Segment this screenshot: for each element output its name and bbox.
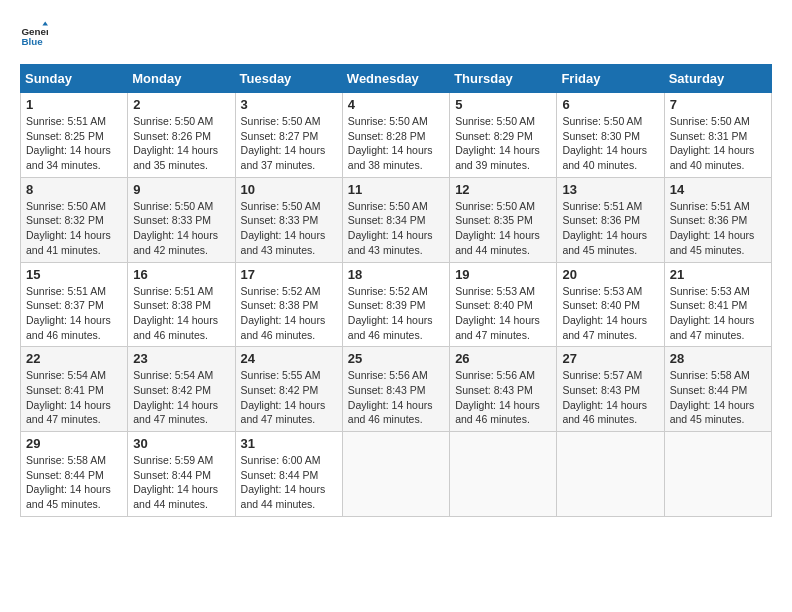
day-info: Sunrise: 5:51 AM Sunset: 8:36 PM Dayligh… bbox=[562, 199, 658, 258]
day-info: Sunrise: 5:56 AM Sunset: 8:43 PM Dayligh… bbox=[348, 368, 444, 427]
calendar-header-thursday: Thursday bbox=[450, 65, 557, 93]
calendar-cell: 24 Sunrise: 5:55 AM Sunset: 8:42 PM Dayl… bbox=[235, 347, 342, 432]
day-info: Sunrise: 5:54 AM Sunset: 8:42 PM Dayligh… bbox=[133, 368, 229, 427]
day-info: Sunrise: 5:53 AM Sunset: 8:40 PM Dayligh… bbox=[562, 284, 658, 343]
day-number: 3 bbox=[241, 97, 337, 112]
calendar-cell: 1 Sunrise: 5:51 AM Sunset: 8:25 PM Dayli… bbox=[21, 93, 128, 178]
day-number: 14 bbox=[670, 182, 766, 197]
calendar-cell bbox=[557, 432, 664, 517]
calendar-cell: 10 Sunrise: 5:50 AM Sunset: 8:33 PM Dayl… bbox=[235, 177, 342, 262]
day-number: 12 bbox=[455, 182, 551, 197]
day-info: Sunrise: 5:51 AM Sunset: 8:36 PM Dayligh… bbox=[670, 199, 766, 258]
day-info: Sunrise: 5:50 AM Sunset: 8:29 PM Dayligh… bbox=[455, 114, 551, 173]
calendar-cell: 2 Sunrise: 5:50 AM Sunset: 8:26 PM Dayli… bbox=[128, 93, 235, 178]
calendar-table: SundayMondayTuesdayWednesdayThursdayFrid… bbox=[20, 64, 772, 517]
calendar-cell: 29 Sunrise: 5:58 AM Sunset: 8:44 PM Dayl… bbox=[21, 432, 128, 517]
calendar-cell: 4 Sunrise: 5:50 AM Sunset: 8:28 PM Dayli… bbox=[342, 93, 449, 178]
day-info: Sunrise: 5:54 AM Sunset: 8:41 PM Dayligh… bbox=[26, 368, 122, 427]
calendar-cell: 27 Sunrise: 5:57 AM Sunset: 8:43 PM Dayl… bbox=[557, 347, 664, 432]
day-info: Sunrise: 5:52 AM Sunset: 8:39 PM Dayligh… bbox=[348, 284, 444, 343]
calendar-week-1: 1 Sunrise: 5:51 AM Sunset: 8:25 PM Dayli… bbox=[21, 93, 772, 178]
page-header: General Blue bbox=[20, 20, 772, 48]
day-info: Sunrise: 5:53 AM Sunset: 8:41 PM Dayligh… bbox=[670, 284, 766, 343]
day-number: 31 bbox=[241, 436, 337, 451]
logo-icon: General Blue bbox=[20, 20, 48, 48]
day-info: Sunrise: 5:58 AM Sunset: 8:44 PM Dayligh… bbox=[670, 368, 766, 427]
calendar-week-5: 29 Sunrise: 5:58 AM Sunset: 8:44 PM Dayl… bbox=[21, 432, 772, 517]
day-info: Sunrise: 5:58 AM Sunset: 8:44 PM Dayligh… bbox=[26, 453, 122, 512]
day-number: 24 bbox=[241, 351, 337, 366]
day-info: Sunrise: 5:52 AM Sunset: 8:38 PM Dayligh… bbox=[241, 284, 337, 343]
calendar-cell: 3 Sunrise: 5:50 AM Sunset: 8:27 PM Dayli… bbox=[235, 93, 342, 178]
svg-text:Blue: Blue bbox=[21, 36, 43, 47]
day-number: 13 bbox=[562, 182, 658, 197]
calendar-cell: 11 Sunrise: 5:50 AM Sunset: 8:34 PM Dayl… bbox=[342, 177, 449, 262]
calendar-cell: 26 Sunrise: 5:56 AM Sunset: 8:43 PM Dayl… bbox=[450, 347, 557, 432]
calendar-cell: 25 Sunrise: 5:56 AM Sunset: 8:43 PM Dayl… bbox=[342, 347, 449, 432]
calendar-cell: 15 Sunrise: 5:51 AM Sunset: 8:37 PM Dayl… bbox=[21, 262, 128, 347]
calendar-cell: 17 Sunrise: 5:52 AM Sunset: 8:38 PM Dayl… bbox=[235, 262, 342, 347]
calendar-cell: 21 Sunrise: 5:53 AM Sunset: 8:41 PM Dayl… bbox=[664, 262, 771, 347]
day-number: 1 bbox=[26, 97, 122, 112]
day-number: 7 bbox=[670, 97, 766, 112]
calendar-week-4: 22 Sunrise: 5:54 AM Sunset: 8:41 PM Dayl… bbox=[21, 347, 772, 432]
calendar-header-tuesday: Tuesday bbox=[235, 65, 342, 93]
calendar-cell: 9 Sunrise: 5:50 AM Sunset: 8:33 PM Dayli… bbox=[128, 177, 235, 262]
logo: General Blue bbox=[20, 20, 52, 48]
calendar-cell: 14 Sunrise: 5:51 AM Sunset: 8:36 PM Dayl… bbox=[664, 177, 771, 262]
day-number: 8 bbox=[26, 182, 122, 197]
calendar-cell bbox=[342, 432, 449, 517]
day-info: Sunrise: 5:51 AM Sunset: 8:37 PM Dayligh… bbox=[26, 284, 122, 343]
day-info: Sunrise: 5:53 AM Sunset: 8:40 PM Dayligh… bbox=[455, 284, 551, 343]
calendar-header-friday: Friday bbox=[557, 65, 664, 93]
day-number: 5 bbox=[455, 97, 551, 112]
day-number: 29 bbox=[26, 436, 122, 451]
calendar-cell: 31 Sunrise: 6:00 AM Sunset: 8:44 PM Dayl… bbox=[235, 432, 342, 517]
day-number: 2 bbox=[133, 97, 229, 112]
calendar-header-row: SundayMondayTuesdayWednesdayThursdayFrid… bbox=[21, 65, 772, 93]
day-number: 15 bbox=[26, 267, 122, 282]
calendar-header-sunday: Sunday bbox=[21, 65, 128, 93]
day-number: 25 bbox=[348, 351, 444, 366]
calendar-cell: 20 Sunrise: 5:53 AM Sunset: 8:40 PM Dayl… bbox=[557, 262, 664, 347]
day-number: 19 bbox=[455, 267, 551, 282]
day-number: 10 bbox=[241, 182, 337, 197]
calendar-cell bbox=[450, 432, 557, 517]
day-number: 22 bbox=[26, 351, 122, 366]
day-number: 30 bbox=[133, 436, 229, 451]
calendar-cell: 23 Sunrise: 5:54 AM Sunset: 8:42 PM Dayl… bbox=[128, 347, 235, 432]
calendar-cell: 22 Sunrise: 5:54 AM Sunset: 8:41 PM Dayl… bbox=[21, 347, 128, 432]
day-number: 20 bbox=[562, 267, 658, 282]
calendar-cell: 5 Sunrise: 5:50 AM Sunset: 8:29 PM Dayli… bbox=[450, 93, 557, 178]
day-info: Sunrise: 6:00 AM Sunset: 8:44 PM Dayligh… bbox=[241, 453, 337, 512]
day-number: 9 bbox=[133, 182, 229, 197]
day-info: Sunrise: 5:50 AM Sunset: 8:32 PM Dayligh… bbox=[26, 199, 122, 258]
day-info: Sunrise: 5:50 AM Sunset: 8:27 PM Dayligh… bbox=[241, 114, 337, 173]
calendar-cell: 19 Sunrise: 5:53 AM Sunset: 8:40 PM Dayl… bbox=[450, 262, 557, 347]
day-info: Sunrise: 5:50 AM Sunset: 8:31 PM Dayligh… bbox=[670, 114, 766, 173]
calendar-cell bbox=[664, 432, 771, 517]
day-number: 18 bbox=[348, 267, 444, 282]
day-info: Sunrise: 5:51 AM Sunset: 8:38 PM Dayligh… bbox=[133, 284, 229, 343]
calendar-header-monday: Monday bbox=[128, 65, 235, 93]
calendar-cell: 30 Sunrise: 5:59 AM Sunset: 8:44 PM Dayl… bbox=[128, 432, 235, 517]
day-info: Sunrise: 5:56 AM Sunset: 8:43 PM Dayligh… bbox=[455, 368, 551, 427]
day-number: 23 bbox=[133, 351, 229, 366]
calendar-cell: 13 Sunrise: 5:51 AM Sunset: 8:36 PM Dayl… bbox=[557, 177, 664, 262]
day-info: Sunrise: 5:57 AM Sunset: 8:43 PM Dayligh… bbox=[562, 368, 658, 427]
calendar-header-saturday: Saturday bbox=[664, 65, 771, 93]
day-info: Sunrise: 5:50 AM Sunset: 8:35 PM Dayligh… bbox=[455, 199, 551, 258]
calendar-cell: 7 Sunrise: 5:50 AM Sunset: 8:31 PM Dayli… bbox=[664, 93, 771, 178]
day-number: 26 bbox=[455, 351, 551, 366]
day-info: Sunrise: 5:50 AM Sunset: 8:28 PM Dayligh… bbox=[348, 114, 444, 173]
calendar-header-wednesday: Wednesday bbox=[342, 65, 449, 93]
calendar-cell: 28 Sunrise: 5:58 AM Sunset: 8:44 PM Dayl… bbox=[664, 347, 771, 432]
day-number: 27 bbox=[562, 351, 658, 366]
day-number: 4 bbox=[348, 97, 444, 112]
day-number: 6 bbox=[562, 97, 658, 112]
day-info: Sunrise: 5:50 AM Sunset: 8:34 PM Dayligh… bbox=[348, 199, 444, 258]
calendar-cell: 12 Sunrise: 5:50 AM Sunset: 8:35 PM Dayl… bbox=[450, 177, 557, 262]
day-info: Sunrise: 5:59 AM Sunset: 8:44 PM Dayligh… bbox=[133, 453, 229, 512]
calendar-cell: 16 Sunrise: 5:51 AM Sunset: 8:38 PM Dayl… bbox=[128, 262, 235, 347]
day-info: Sunrise: 5:55 AM Sunset: 8:42 PM Dayligh… bbox=[241, 368, 337, 427]
